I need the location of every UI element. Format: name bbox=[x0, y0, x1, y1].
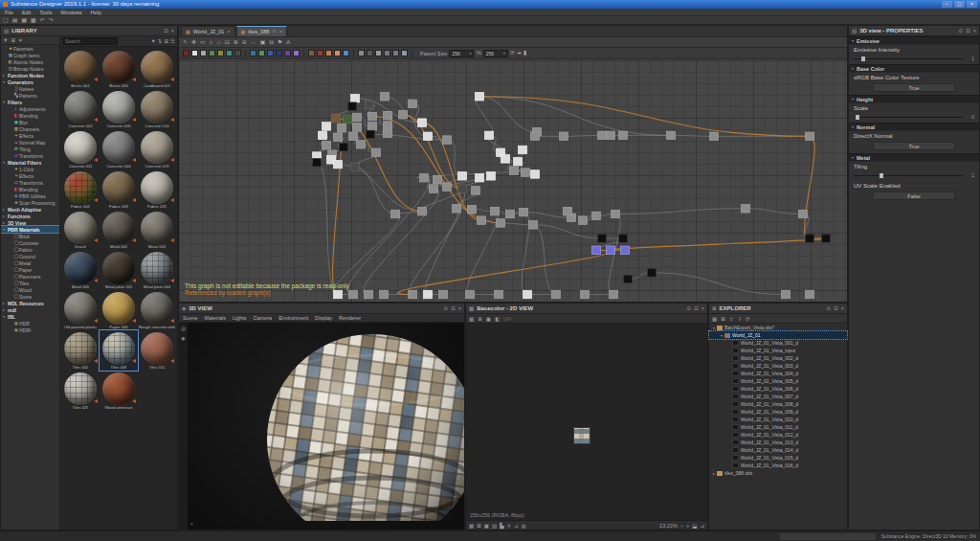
material-item[interactable]: Rough concrete with lines bbox=[138, 290, 176, 330]
node-palette-swatch[interactable] bbox=[367, 50, 373, 56]
menu-tools[interactable]: Tools bbox=[39, 10, 52, 15]
tree-item-bitmap-nodes[interactable]: ▨Bitmap Nodes bbox=[1, 65, 59, 72]
open-file-icon[interactable]: ▤ bbox=[12, 16, 18, 25]
explorer-output[interactable]: World_JZ_01_Vista_001_d bbox=[709, 339, 847, 347]
gizmo-icon[interactable]: ⌖ bbox=[190, 521, 193, 528]
graph-node[interactable] bbox=[409, 100, 417, 107]
minimize-button[interactable]: – bbox=[942, 1, 952, 8]
tree-item-favorites[interactable]: ★Favorites bbox=[1, 45, 59, 52]
graph-node[interactable] bbox=[485, 131, 494, 139]
graph-node[interactable] bbox=[334, 133, 343, 141]
close-panel-icon[interactable]: × bbox=[458, 305, 461, 311]
node-graph[interactable] bbox=[179, 60, 847, 302]
tree-item-stone[interactable]: ◯Stone bbox=[1, 293, 59, 300]
material-item[interactable]: Fabric 009 bbox=[100, 169, 138, 210]
material-item[interactable]: Gravel bbox=[61, 210, 100, 250]
undo-icon[interactable]: ↶ bbox=[40, 16, 45, 25]
tree-item-functions[interactable]: ▸Functions bbox=[1, 213, 59, 219]
material-item[interactable]: Metal plate 004 bbox=[138, 250, 176, 290]
graph-node[interactable] bbox=[424, 290, 433, 298]
tree-item-blending[interactable]: ◧Blending bbox=[1, 186, 59, 192]
export-icon[interactable]: ⇩ bbox=[737, 316, 742, 322]
graph-node[interactable] bbox=[323, 141, 331, 148]
node-palette-swatch[interactable] bbox=[267, 50, 274, 56]
graph-node[interactable] bbox=[332, 114, 341, 122]
graph-node[interactable] bbox=[319, 131, 327, 139]
graph-node[interactable] bbox=[619, 235, 628, 242]
fit-icon[interactable]: ⊡ bbox=[225, 38, 230, 47]
frame-all-icon[interactable]: ⧉ bbox=[270, 38, 274, 47]
material-item[interactable]: Concrete 002 bbox=[61, 89, 100, 129]
tree-item-mesh-adaptive[interactable]: ▸Mesh Adaptive bbox=[1, 206, 59, 213]
graph-node[interactable] bbox=[522, 169, 530, 176]
slider-track[interactable] bbox=[854, 58, 963, 59]
explorer-output[interactable]: World_JZ_01_Vista_008_d bbox=[709, 400, 847, 408]
tree-item-adjustments[interactable]: ◐Adjustments bbox=[1, 105, 59, 112]
float-panel-icon[interactable]: ⊡ bbox=[694, 305, 699, 311]
graph-node[interactable] bbox=[384, 111, 392, 119]
view3d-menu-camera[interactable]: Camera bbox=[254, 315, 273, 321]
tree-item-metal[interactable]: ◯Metal bbox=[1, 259, 59, 266]
tree-item-function-nodes[interactable]: ▸Function Nodes bbox=[1, 72, 59, 79]
graph-node[interactable] bbox=[624, 275, 633, 282]
explorer-package[interactable]: ▾BatchExport_Vista.sbs* bbox=[709, 324, 847, 331]
graph-node[interactable] bbox=[592, 246, 601, 254]
graph-node[interactable] bbox=[351, 94, 360, 101]
node-palette-swatch[interactable] bbox=[234, 50, 241, 56]
graph-node[interactable] bbox=[424, 132, 433, 140]
tiling-preview-icon[interactable]: ⊞ bbox=[478, 316, 482, 322]
node-palette-swatch[interactable] bbox=[209, 50, 215, 56]
tree-item-atomic-nodes[interactable]: ◧Atomic Nodes bbox=[1, 58, 59, 65]
float-panel-icon[interactable]: ⊡ bbox=[164, 28, 168, 34]
width-select[interactable]: 256▾ bbox=[449, 50, 474, 57]
graph-node[interactable] bbox=[531, 132, 540, 140]
material-item[interactable]: Bricks 001 bbox=[61, 49, 100, 89]
graph-node[interactable] bbox=[592, 212, 601, 219]
graph-node[interactable] bbox=[806, 132, 814, 140]
graph-node[interactable] bbox=[564, 207, 572, 214]
explorer-output[interactable]: World_JZ_01_Vista_007_d bbox=[709, 393, 847, 400]
snap-icon[interactable]: ◇ bbox=[216, 38, 221, 47]
channels-icon[interactable]: ◧ bbox=[495, 316, 500, 322]
graph-node[interactable] bbox=[348, 102, 357, 110]
grid-icon[interactable]: ⌗ bbox=[210, 38, 212, 47]
view3d-menu-renderer[interactable]: Renderer bbox=[339, 315, 361, 321]
graph-canvas[interactable]: This graph is not editable because the p… bbox=[179, 60, 847, 302]
graph-tab-world_jz_01[interactable]: ▦World_JZ_01× bbox=[181, 26, 235, 36]
tree-item-graph-items[interactable]: ▦Graph Items bbox=[1, 52, 59, 58]
explorer-output[interactable]: World_JZ_01_Vista_016_d bbox=[709, 462, 847, 469]
node-palette-swatch[interactable] bbox=[250, 50, 256, 56]
tree-item-pbr-utilities[interactable]: ◆PBR Utilities bbox=[1, 192, 59, 199]
material-item[interactable]: Concrete 044 bbox=[100, 129, 138, 169]
graph-node[interactable] bbox=[519, 146, 527, 153]
graph-node[interactable] bbox=[607, 246, 615, 254]
zoom-in-icon[interactable]: ⊕ bbox=[234, 38, 238, 47]
graph-node[interactable] bbox=[353, 113, 362, 121]
node-palette-swatch[interactable] bbox=[325, 50, 332, 56]
info-icon[interactable]: ◍ bbox=[522, 523, 526, 529]
picker-icon[interactable]: ✛ bbox=[506, 523, 511, 529]
section-header-emissive[interactable]: ▾Emissive bbox=[849, 36, 979, 45]
zoom-out-icon[interactable]: − bbox=[680, 523, 683, 529]
material-item[interactable]: Tiles 008 bbox=[100, 330, 138, 371]
explorer-output[interactable]: World_JZ_01_Vista_010_d bbox=[709, 416, 847, 423]
section-header-base-color[interactable]: ▾Base Color bbox=[849, 64, 979, 73]
graph-node[interactable] bbox=[323, 123, 331, 130]
graph-node[interactable] bbox=[334, 160, 343, 168]
graph-node[interactable] bbox=[491, 207, 500, 214]
material-item[interactable]: Cardboard 001 bbox=[138, 49, 176, 89]
fit-view-icon[interactable]: ⬓ bbox=[692, 523, 697, 529]
tree-item-blending[interactable]: ◧Blending bbox=[1, 112, 59, 119]
tree-item-channels[interactable]: ▥Channels bbox=[1, 125, 59, 132]
view-2d-viewport[interactable]: 256x256 (RGBA, 8bpc) bbox=[466, 324, 707, 520]
explorer-output[interactable]: World_JZ_01_Vista_014_d bbox=[709, 446, 847, 454]
graph-node[interactable] bbox=[520, 208, 528, 215]
node-palette-swatch[interactable] bbox=[343, 50, 349, 56]
explorer-output[interactable]: World_JZ_01_Vista_input bbox=[709, 347, 847, 354]
float-panel-icon[interactable]: ⊡ bbox=[966, 28, 970, 34]
tree-item-generators[interactable]: ▾Generators bbox=[1, 79, 59, 85]
reload-icon[interactable]: ⟳ bbox=[746, 316, 750, 322]
tree-item-patterns[interactable]: ▚Patterns bbox=[1, 92, 59, 99]
close-button[interactable]: × bbox=[967, 1, 977, 8]
graph-node[interactable] bbox=[453, 205, 461, 213]
